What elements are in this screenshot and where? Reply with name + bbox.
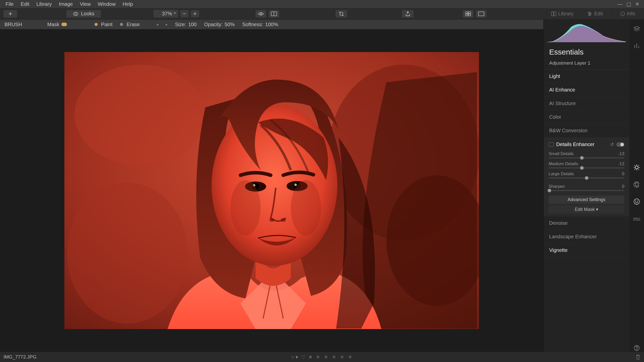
single-view-button[interactable]: [476, 10, 487, 18]
window-maximize-button[interactable]: ▢: [626, 1, 631, 7]
erase-mode-radio[interactable]: Erase: [120, 22, 140, 27]
svg-rect-6: [468, 12, 471, 14]
softness-label: Softness:: [242, 22, 263, 27]
zoom-out-button[interactable]: −: [180, 10, 189, 17]
svg-point-40: [635, 166, 638, 169]
menu-view[interactable]: View: [76, 1, 94, 7]
brush-size-decrease[interactable]: ◂: [156, 22, 158, 26]
tool-ai-enhance[interactable]: AI Enhance: [544, 83, 629, 97]
svg-point-36: [291, 180, 321, 236]
canvas-area[interactable]: [0, 29, 543, 352]
rating-star-1[interactable]: ★: [315, 354, 320, 360]
panel-title: Essentials: [544, 44, 629, 58]
looks-label: Looks: [81, 11, 94, 17]
svg-point-50: [635, 185, 636, 186]
pro-tab-icon[interactable]: PRO: [633, 215, 641, 223]
looks-button[interactable]: Looks: [66, 10, 101, 18]
size-label: Size:: [175, 22, 186, 27]
menu-help[interactable]: Help: [119, 1, 137, 7]
mode-tab-edit-label: Edit: [594, 11, 603, 17]
tool-ai-structure[interactable]: AI Structure: [544, 97, 629, 110]
rating-star-2[interactable]: ★: [324, 354, 329, 360]
rating-star-4[interactable]: ★: [340, 354, 345, 360]
portrait-tab-icon[interactable]: [633, 198, 641, 206]
histogram-panel-icon[interactable]: [633, 42, 641, 50]
mode-tab-library[interactable]: Library: [546, 8, 579, 20]
reject-button[interactable]: ✕: [308, 354, 312, 360]
more-options-icon[interactable]: •••: [634, 343, 639, 350]
svg-point-32: [294, 184, 297, 186]
svg-rect-10: [551, 12, 553, 16]
tool-denoise[interactable]: Denoise: [544, 216, 629, 230]
svg-line-46: [638, 169, 639, 170]
color-tag-picker[interactable]: ○ ▾: [291, 354, 298, 360]
mode-tab-edit[interactable]: Edit: [579, 8, 611, 20]
details-visibility-toggle[interactable]: [616, 142, 624, 147]
mode-tab-info[interactable]: Info: [611, 8, 644, 20]
svg-point-35: [230, 180, 261, 236]
tool-vignette[interactable]: Vignette: [544, 244, 629, 257]
rating-star-5[interactable]: ★: [348, 354, 353, 360]
histogram[interactable]: [544, 20, 629, 44]
svg-point-2: [260, 13, 262, 15]
tool-landscape[interactable]: Landscape Enhancer: [544, 230, 629, 244]
crop-button[interactable]: [336, 10, 347, 18]
photo-canvas[interactable]: [64, 52, 479, 329]
mask-label: Mask: [47, 22, 59, 27]
preview-toggle-button[interactable]: [256, 10, 266, 18]
paint-mode-radio[interactable]: Paint: [95, 22, 113, 27]
advanced-settings-button[interactable]: Advanced Settings: [549, 196, 624, 204]
zoom-dropdown[interactable]: 37%: [153, 10, 178, 18]
svg-point-15: [588, 12, 589, 13]
sharpen-value[interactable]: 0: [622, 184, 624, 189]
large-details-value[interactable]: 0: [622, 171, 624, 176]
zoom-in-button[interactable]: +: [191, 10, 199, 17]
window-minimize-button[interactable]: —: [617, 1, 623, 7]
grid-view-button[interactable]: [463, 10, 473, 18]
export-button[interactable]: [402, 10, 414, 18]
delete-button[interactable]: [635, 354, 640, 360]
essentials-tab-icon[interactable]: [633, 163, 641, 171]
large-details-slider[interactable]: [549, 177, 624, 178]
softness-value[interactable]: 100%: [265, 22, 278, 27]
tool-bw[interactable]: B&W Conversion: [544, 124, 629, 138]
details-reset-icon[interactable]: ↺: [610, 142, 614, 147]
edit-mask-button[interactable]: Edit Mask ▾: [549, 205, 624, 213]
creative-tab-icon[interactable]: [633, 180, 641, 189]
mode-tab-info-label: Info: [627, 11, 635, 17]
medium-details-slider[interactable]: [549, 167, 624, 168]
layers-panel-icon[interactable]: [633, 25, 641, 33]
right-panel: Essentials Adjustment Layer 1 Light AI E…: [543, 20, 629, 352]
small-details-value[interactable]: -13: [618, 151, 624, 156]
menu-edit[interactable]: Edit: [17, 1, 33, 7]
rating-star-3[interactable]: ★: [332, 354, 337, 360]
brush-size-increase[interactable]: ▸: [166, 22, 168, 26]
opacity-value[interactable]: 50%: [225, 22, 235, 27]
menu-file[interactable]: File: [2, 1, 17, 7]
mask-visibility-toggle[interactable]: [61, 23, 67, 26]
medium-details-value[interactable]: -12: [618, 161, 624, 166]
panel-icon-strip: PRO: [629, 20, 644, 352]
tool-light[interactable]: Light: [544, 70, 629, 83]
small-details-slider[interactable]: [549, 157, 624, 158]
window-close-button[interactable]: ✕: [634, 1, 640, 7]
svg-point-34: [281, 218, 286, 222]
adjustment-layer-label[interactable]: Adjustment Layer 1: [544, 58, 629, 70]
compare-button[interactable]: [269, 10, 279, 18]
tool-color[interactable]: Color: [544, 110, 629, 124]
main-toolbar: + Looks 37% − + Library: [0, 8, 644, 20]
svg-point-17: [589, 15, 590, 16]
details-enhancer-title[interactable]: Details Enhancer: [556, 142, 608, 147]
menu-image[interactable]: Image: [55, 1, 76, 7]
svg-point-52: [637, 183, 637, 183]
size-value[interactable]: 100: [188, 22, 196, 27]
menu-window[interactable]: Window: [94, 1, 119, 7]
sharpen-slider[interactable]: [549, 190, 624, 191]
menu-library[interactable]: Library: [33, 1, 55, 7]
details-mask-thumb-icon[interactable]: [549, 143, 554, 147]
svg-point-33: [269, 218, 274, 222]
svg-point-16: [590, 13, 591, 14]
favorite-toggle[interactable]: ♡: [301, 354, 305, 360]
svg-point-22: [74, 65, 205, 165]
add-button[interactable]: +: [4, 10, 17, 18]
